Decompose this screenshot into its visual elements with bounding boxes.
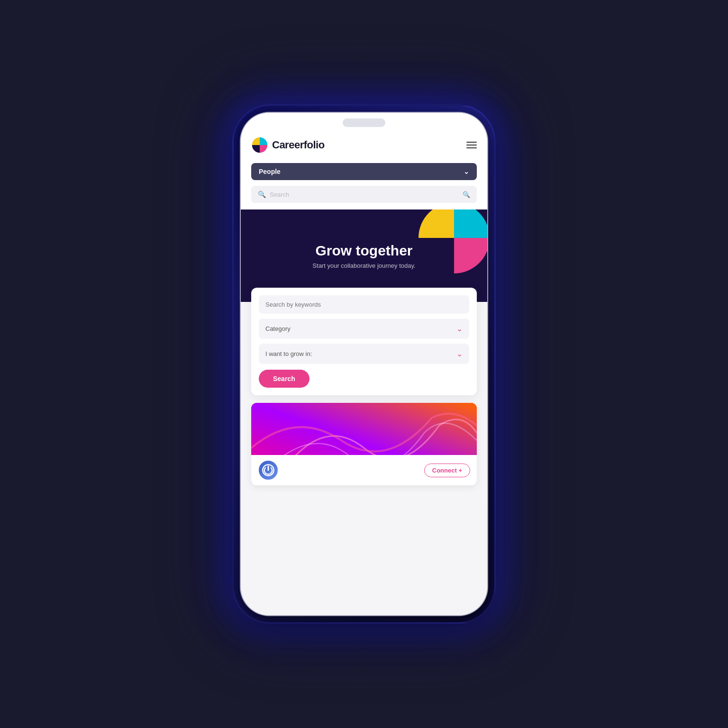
logo-icon [251, 136, 268, 154]
chevron-down-icon: ⌄ [464, 168, 469, 175]
hamburger-menu[interactable] [466, 142, 477, 148]
keywords-input[interactable] [259, 295, 469, 314]
power-icon [262, 464, 275, 477]
grow-chevron-icon: ⌄ [456, 349, 463, 358]
hero-title: Grow together [315, 243, 412, 258]
top-search-bar[interactable]: 🔍 Search 🔍 [251, 186, 477, 203]
search-bar-placeholder: Search [270, 191, 289, 198]
hero-subtitle: Start your collaborative journey today. [312, 262, 415, 269]
card-image-graphic [251, 403, 477, 455]
category-dropdown-area: People ⌄ [241, 159, 487, 186]
logo-area: Careerfolio [251, 136, 325, 154]
category-chevron-icon: ⌄ [456, 324, 463, 333]
people-dropdown[interactable]: People ⌄ [251, 163, 477, 180]
grow-label: I want to grow in: [265, 350, 312, 357]
app-name: Careerfolio [272, 139, 325, 151]
connect-button[interactable]: Connect + [424, 464, 470, 477]
search-panel: Category ⌄ I want to grow in: ⌄ Search [251, 288, 477, 395]
card-footer: Connect + [251, 455, 477, 485]
card-cover-image [251, 403, 477, 455]
search-button[interactable]: Search [259, 370, 309, 388]
category-filter-dropdown[interactable]: Category ⌄ [259, 318, 469, 339]
top-search-area: 🔍 Search 🔍 [241, 186, 487, 209]
avatar [258, 460, 279, 481]
phone-notch [343, 118, 385, 127]
grow-filter-dropdown[interactable]: I want to grow in: ⌄ [259, 344, 469, 364]
search-icon-left: 🔍 [258, 191, 266, 198]
category-label: Category [265, 325, 291, 332]
profile-card: Connect + [251, 403, 477, 485]
people-dropdown-label: People [259, 168, 281, 175]
search-icon-right: 🔍 [463, 191, 470, 198]
pie-decoration-icon [416, 209, 487, 276]
